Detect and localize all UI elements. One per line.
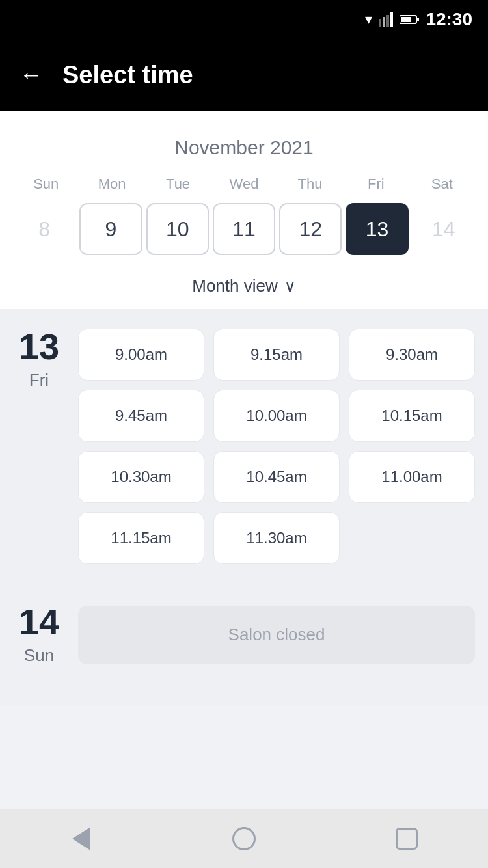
- time-slot-930am[interactable]: 9.30am: [349, 329, 475, 381]
- day-cell-11[interactable]: 11: [213, 203, 275, 255]
- nav-home-button[interactable]: [224, 819, 264, 858]
- date-label-13: 13 Fri: [13, 329, 65, 390]
- date-number-14: 14: [19, 604, 59, 640]
- nav-back-button[interactable]: [62, 819, 101, 858]
- time-slot-1045am[interactable]: 10.45am: [213, 451, 340, 503]
- time-slot-900am[interactable]: 9.00am: [78, 329, 204, 381]
- date-block-14: 14 Sun Salon closed: [13, 604, 475, 666]
- status-time: 12:30: [426, 9, 472, 30]
- chevron-down-icon: ∨: [284, 277, 296, 295]
- svg-rect-1: [383, 17, 385, 27]
- wifi-icon: ▾: [365, 11, 372, 28]
- day-cell-10[interactable]: 10: [146, 203, 209, 255]
- time-slot-945am[interactable]: 9.45am: [78, 390, 204, 442]
- page-title: Select time: [62, 61, 193, 89]
- date-number-13: 13: [19, 329, 59, 365]
- time-slot-1100am[interactable]: 11.00am: [349, 451, 475, 503]
- signal-icon: [379, 12, 393, 27]
- day-cell-9[interactable]: 9: [79, 203, 142, 255]
- battery-icon: [400, 14, 419, 25]
- closed-row-14: 14 Sun Salon closed: [13, 604, 475, 666]
- home-circle-icon: [232, 827, 256, 850]
- time-slot-1130am[interactable]: 11.30am: [213, 512, 340, 564]
- date-block-13: 13 Fri 9.00am 9.15am 9.30am 9.45am 10.00…: [13, 329, 475, 564]
- status-bar: ▾ 12:30: [0, 0, 488, 39]
- svg-rect-3: [390, 12, 393, 27]
- time-slot-1030am[interactable]: 10.30am: [78, 451, 204, 503]
- svg-rect-5: [401, 17, 411, 22]
- status-icons: ▾ 12:30: [365, 9, 472, 30]
- date-label-14: 14 Sun: [13, 604, 65, 666]
- time-slots-grid-13: 9.00am 9.15am 9.30am 9.45am 10.00am 10.1…: [78, 329, 475, 564]
- time-slot-1015am[interactable]: 10.15am: [349, 390, 475, 442]
- day-cell-8: 8: [13, 203, 75, 255]
- month-view-toggle[interactable]: Month view ∨: [13, 265, 475, 309]
- day-row: 8 9 10 11 12 13 14: [13, 203, 475, 255]
- svg-rect-0: [379, 19, 381, 27]
- day-header-fri: Fri: [343, 172, 409, 197]
- month-view-label: Month view: [192, 276, 278, 296]
- time-slot-1000am[interactable]: 10.00am: [213, 390, 340, 442]
- day-header-mon: Mon: [79, 172, 144, 197]
- day-cell-12[interactable]: 12: [279, 203, 342, 255]
- time-slots-13: 9.00am 9.15am 9.30am 9.45am 10.00am 10.1…: [78, 329, 475, 564]
- day-header-wed: Wed: [211, 172, 277, 197]
- back-triangle-icon: [72, 827, 90, 850]
- svg-rect-2: [386, 15, 389, 27]
- time-slot-1115am[interactable]: 11.15am: [78, 512, 204, 564]
- date-dayname-13: Fri: [29, 370, 49, 390]
- nav-recents-button[interactable]: [387, 819, 426, 858]
- main-content: November 2021 Sun Mon Tue Wed Thu Fri Sa…: [0, 111, 488, 763]
- day-headers: Sun Mon Tue Wed Thu Fri Sat: [13, 172, 475, 197]
- app-header: ← Select time: [0, 39, 488, 111]
- day-header-sat: Sat: [409, 172, 475, 197]
- recents-square-icon: [396, 828, 418, 850]
- time-slot-915am[interactable]: 9.15am: [213, 329, 340, 381]
- month-year-title: November 2021: [13, 124, 475, 172]
- salon-closed-message: Salon closed: [78, 606, 475, 664]
- day-cell-14: 14: [413, 203, 475, 255]
- bottom-nav: [0, 809, 488, 868]
- day-cell-13[interactable]: 13: [346, 203, 408, 255]
- section-divider: [13, 584, 475, 584]
- day-header-tue: Tue: [145, 172, 211, 197]
- day-header-sun: Sun: [13, 172, 79, 197]
- svg-rect-6: [417, 18, 419, 21]
- back-button[interactable]: ←: [20, 61, 43, 88]
- day-header-thu: Thu: [277, 172, 343, 197]
- date-dayname-14: Sun: [24, 645, 54, 666]
- calendar-section: November 2021 Sun Mon Tue Wed Thu Fri Sa…: [0, 111, 488, 309]
- time-section: 13 Fri 9.00am 9.15am 9.30am 9.45am 10.00…: [0, 309, 488, 705]
